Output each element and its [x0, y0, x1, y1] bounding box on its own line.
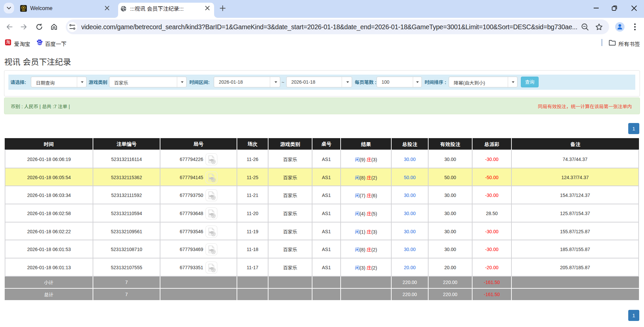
- svg-text:du: du: [38, 42, 42, 45]
